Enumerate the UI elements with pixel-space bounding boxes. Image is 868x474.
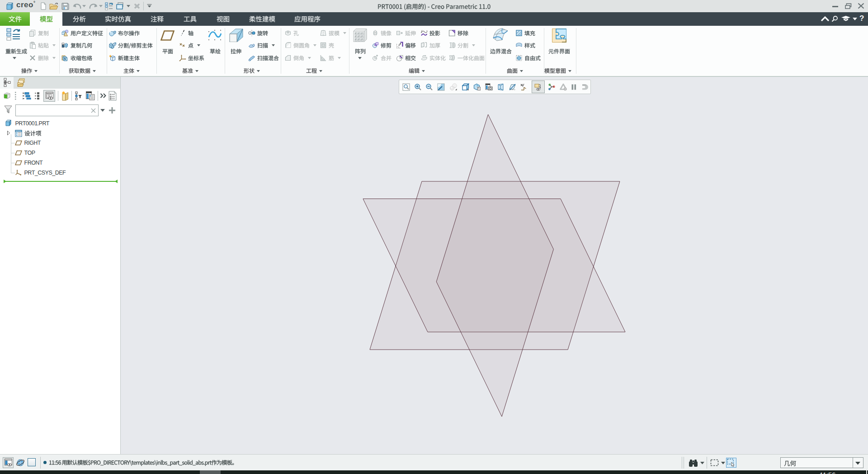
svg-text:11:56: 11:56 — [820, 471, 835, 474]
